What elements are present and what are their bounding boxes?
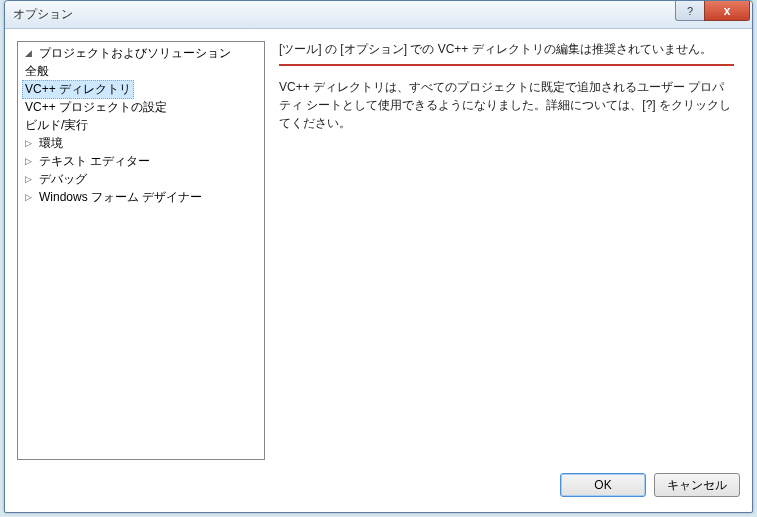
cancel-button[interactable]: キャンセル — [654, 473, 740, 497]
tree-label: VC++ プロジェクトの設定 — [22, 99, 170, 116]
close-button[interactable]: x — [704, 1, 750, 21]
tree-item-vcpp-directories[interactable]: VC++ ディレクトリ — [18, 80, 264, 98]
tree-label: Windows フォーム デザイナー — [36, 189, 205, 206]
tree-item-general[interactable]: 全般 — [18, 62, 264, 80]
expander-closed-icon[interactable]: ▷ — [22, 173, 34, 185]
content-area: ◢ プロジェクトおよびソリューション 全般 VC++ ディレクトリ VC+ — [5, 29, 752, 468]
deprecation-warning: [ツール] の [オプション] での VC++ ディレクトリの編集は推奨されてい… — [279, 41, 734, 58]
tree-label: 環境 — [36, 135, 66, 152]
detail-pane: [ツール] の [オプション] での VC++ ディレクトリの編集は推奨されてい… — [273, 41, 740, 460]
tree-label: VC++ ディレクトリ — [22, 80, 134, 99]
detail-body-text: VC++ ディレクトリは、すべてのプロジェクトに既定で追加されるユーザー プロパ… — [279, 78, 734, 132]
tree-item-winforms-designer[interactable]: ▷ Windows フォーム デザイナー — [18, 188, 264, 206]
separator-rule — [279, 64, 734, 66]
titlebar: オプション ? x — [5, 1, 752, 29]
help-icon: ? — [687, 5, 693, 17]
tree-label: ビルド/実行 — [22, 117, 91, 134]
titlebar-buttons: ? x — [675, 1, 750, 21]
close-icon: x — [724, 4, 731, 18]
expander-open-icon[interactable]: ◢ — [22, 47, 34, 59]
tree-item-projects-solutions[interactable]: ◢ プロジェクトおよびソリューション — [18, 44, 264, 62]
tree-item-debug[interactable]: ▷ デバッグ — [18, 170, 264, 188]
tree-label: 全般 — [22, 63, 52, 80]
options-dialog: オプション ? x ◢ プロジェクトおよびソリューション — [4, 0, 753, 513]
tree-item-build-run[interactable]: ビルド/実行 — [18, 116, 264, 134]
tree-item-vcpp-project-settings[interactable]: VC++ プロジェクトの設定 — [18, 98, 264, 116]
tree-item-text-editor[interactable]: ▷ テキスト エディター — [18, 152, 264, 170]
button-label: キャンセル — [667, 478, 727, 492]
button-label: OK — [594, 478, 611, 492]
help-button[interactable]: ? — [675, 1, 705, 21]
tree-item-environment[interactable]: ▷ 環境 — [18, 134, 264, 152]
button-bar: OK キャンセル — [5, 468, 752, 512]
tree-label: プロジェクトおよびソリューション — [36, 45, 234, 62]
expander-closed-icon[interactable]: ▷ — [22, 191, 34, 203]
category-tree[interactable]: ◢ プロジェクトおよびソリューション 全般 VC++ ディレクトリ VC+ — [17, 41, 265, 460]
window-title: オプション — [13, 6, 73, 23]
ok-button[interactable]: OK — [560, 473, 646, 497]
tree-label: デバッグ — [36, 171, 90, 188]
expander-closed-icon[interactable]: ▷ — [22, 155, 34, 167]
tree-label: テキスト エディター — [36, 153, 153, 170]
expander-closed-icon[interactable]: ▷ — [22, 137, 34, 149]
